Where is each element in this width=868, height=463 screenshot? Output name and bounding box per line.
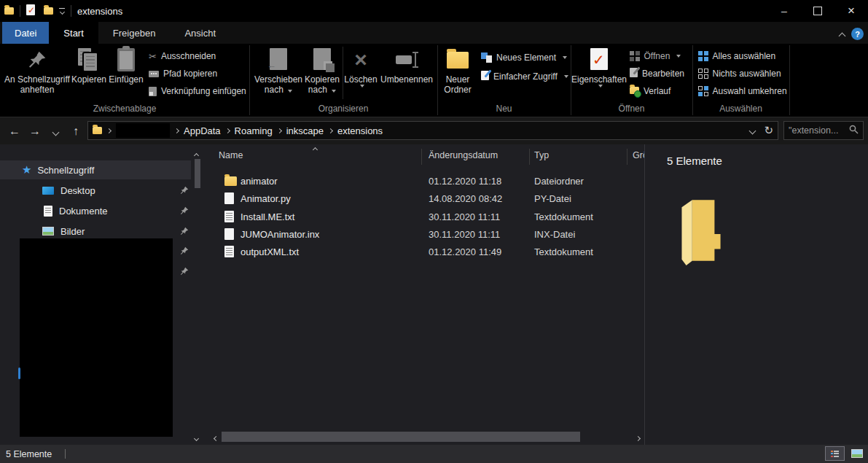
sidebar-scrollbar[interactable] [192,146,203,442]
button-label: Öffnen [644,51,670,61]
properties-button[interactable]: ✓ Eigenschaften [574,45,624,101]
help-button[interactable]: ? [851,28,864,40]
scrollbar-thumb[interactable] [195,159,200,188]
copy-to-icon [313,48,331,72]
collapse-ribbon-button[interactable] [840,30,845,41]
search-input[interactable]: "extension... [783,121,864,140]
up-button[interactable]: ↑ [66,125,86,138]
tab-start[interactable]: Start [49,22,98,44]
file-row[interactable]: Animator.py 14.08.2020 08:42 PY-Datei [211,190,644,207]
qat-properties-button[interactable]: ✓ [26,4,37,17]
close-button[interactable]: × [834,0,868,22]
edit-button[interactable]: Bearbeiten [630,66,684,82]
details-view-icon [831,451,840,457]
rename-icon [396,49,418,71]
address-dropdown-icon[interactable] [749,127,756,134]
sidebar-item-label: Dokumente [59,206,107,217]
qat-new-folder-button[interactable] [44,7,53,15]
pin-to-quick-access-button[interactable]: An Schnellzugriff anheften [3,45,71,101]
scroll-up-icon[interactable] [195,149,198,160]
history-button[interactable]: Verlauf [630,83,670,99]
file-type: Textdokument [534,246,593,257]
maximize-button[interactable] [801,0,834,22]
back-button[interactable]: ← [4,125,25,138]
column-header-name[interactable]: Name [219,150,243,160]
dropdown-icon [676,55,681,58]
file-row[interactable]: JUMOAnimator.inx 30.11.2020 11:11 INX-Da… [211,225,644,243]
easy-access-button[interactable]: Einfacher Zugriff [481,69,568,85]
pin-icon[interactable] [180,267,189,276]
column-header-date[interactable]: Änderungsdatum [429,150,498,160]
file-name: JUMOAnimator.inx [241,229,319,240]
large-folder-icon [676,195,725,268]
horizontal-scrollbar[interactable] [211,430,644,443]
file-row[interactable]: animator 01.12.2020 11:18 Dateiordner [211,172,644,190]
pin-icon[interactable] [180,206,189,215]
file-type: Dateiordner [534,176,584,187]
paste-shortcut-button[interactable]: Verknüpfung einfügen [149,83,246,99]
group-label-organize: Organisieren [249,104,437,114]
cut-button[interactable]: ✂ Ausschneiden [149,48,216,64]
sidebar-item-quick-access[interactable]: ★ Schnellzugriff [0,160,191,179]
pin-icon[interactable] [180,246,189,255]
copy-path-button[interactable]: Pfad kopieren [149,66,217,82]
group-divider [789,45,790,115]
column-divider[interactable] [529,149,530,165]
column-header-size[interactable]: Größe [633,150,645,160]
file-icon [224,228,234,240]
refresh-icon[interactable]: ↻ [764,124,773,137]
breadcrumb-appdata[interactable]: AppData [184,125,221,136]
copy-to-button[interactable]: Kopieren nach [302,45,343,101]
properties-icon: ✓ [590,48,608,72]
thumbnail-view-button[interactable] [847,446,867,461]
file-type: Textdokument [534,211,593,222]
scroll-right-icon[interactable] [636,432,640,443]
tab-file[interactable]: Datei [2,22,49,44]
history-icon [630,86,639,96]
breadcrumb-inkscape[interactable]: inkscape [286,125,324,136]
scrollbar-thumb[interactable] [222,432,580,442]
recent-locations-button[interactable] [45,125,66,138]
breadcrumb-redacted[interactable] [116,123,170,138]
sidebar-item-label: Bilder [60,226,85,237]
pictures-icon [42,227,54,236]
column-divider[interactable] [421,149,422,165]
column-header-type[interactable]: Typ [534,150,549,160]
breadcrumb-extensions[interactable]: extensions [337,125,383,136]
paste-button[interactable]: Einfügen [108,45,144,101]
column-divider[interactable] [627,149,627,165]
pin-icon[interactable] [180,186,189,195]
group-label-open: Öffnen [571,104,692,114]
sidebar-item-documents[interactable]: Dokumente [0,201,191,220]
scroll-down-icon[interactable] [195,432,198,443]
file-row[interactable]: outputXML.txt 01.12.2020 11:49 Textdokum… [211,243,644,260]
select-none-button[interactable]: Nichts auswählen [698,66,781,82]
pin-icon[interactable] [180,227,189,236]
maximize-icon [813,7,822,15]
select-all-button[interactable]: Alles auswählen [698,48,775,64]
button-label: Umbenennen [380,74,433,85]
minimize-button[interactable]: – [767,0,801,22]
new-item-button[interactable]: Neues Element [481,50,567,66]
move-to-button[interactable]: ← Verschieben nach [255,45,302,101]
details-view-button[interactable] [825,446,845,461]
rename-button[interactable]: Umbenennen [379,45,434,101]
file-name: animator [241,176,278,187]
scroll-left-icon[interactable] [214,432,218,443]
open-button[interactable]: Öffnen [630,48,681,64]
item-count-heading: 5 Elemente [667,155,722,167]
breadcrumb-roaming[interactable]: Roaming [235,125,273,136]
qat-customize-button[interactable] [59,8,65,15]
file-name: Install.ME.txt [241,211,294,222]
status-item-count: 5 Elemente [6,449,52,459]
tab-view[interactable]: Ansicht [170,22,230,44]
tab-share[interactable]: Freigeben [98,22,171,44]
copy-button[interactable]: Kopieren [71,45,106,101]
address-bar[interactable]: AppData Roaming inkscape extensions ↻ [87,121,778,140]
file-row[interactable]: Install.ME.txt 30.11.2020 11:11 Textdoku… [211,208,644,225]
forward-button[interactable]: → [25,125,45,138]
invert-selection-button[interactable]: Auswahl umkehren [698,83,787,99]
new-folder-button[interactable]: Neuer Ordner [437,45,478,101]
delete-button[interactable]: × Löschen [344,45,378,101]
sidebar-item-desktop[interactable]: Desktop [0,181,191,200]
